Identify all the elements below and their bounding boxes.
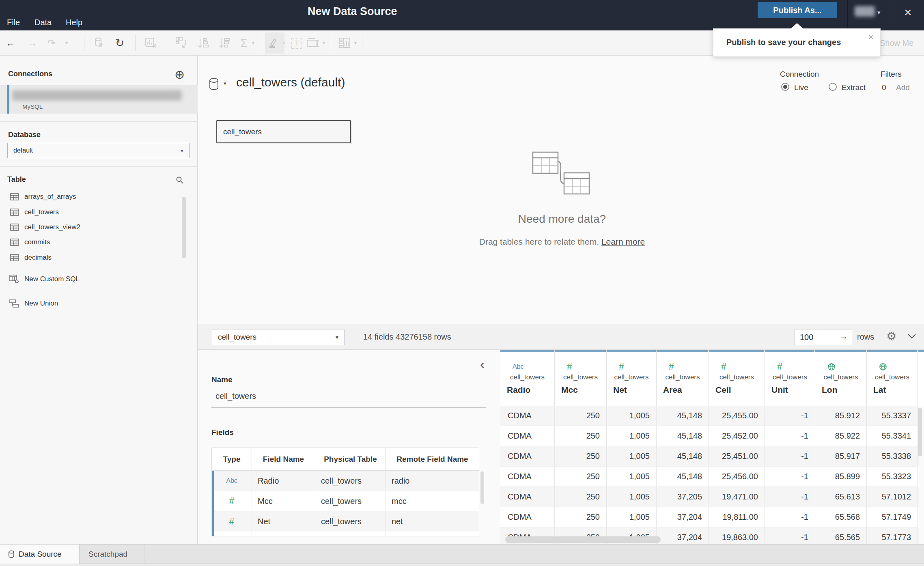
search-icon[interactable] (176, 176, 184, 186)
redo-caret-icon[interactable]: ▾ (63, 30, 70, 56)
grid-cell[interactable]: 45,148 (657, 406, 709, 426)
grid-cell[interactable]: 65.568 (815, 507, 867, 527)
text-label-icon[interactable]: T (291, 38, 302, 49)
collapse-preview-chevron-icon[interactable] (907, 334, 916, 341)
grid-cell[interactable]: 250 (555, 487, 607, 507)
grid-cell[interactable]: 85.917 (815, 446, 867, 467)
name-input[interactable]: cell_towers (215, 392, 256, 401)
new-union-button[interactable]: New Union (0, 295, 187, 312)
table-list-scrollbar[interactable] (182, 197, 186, 258)
grid-cell[interactable]: -1 (765, 507, 815, 527)
table-node-cell-towers[interactable]: cell_towers (216, 120, 351, 143)
apply-rows-arrow-icon[interactable]: → (840, 332, 848, 341)
connection-item[interactable]: MySQL (0, 85, 198, 114)
grid-cell[interactable]: 25,452.00 (709, 426, 765, 446)
grid-cell[interactable]: 250 (555, 467, 607, 487)
sidebar-item-cell-towers[interactable]: cell_towers (0, 204, 187, 220)
grid-cell[interactable]: CDMA (500, 507, 555, 527)
learn-more-link[interactable]: Learn more (601, 237, 645, 246)
grid-cell[interactable]: 55.3323 (867, 467, 918, 487)
sort-ascending-icon[interactable] (196, 30, 211, 56)
grid-cell[interactable]: 1,005 (607, 467, 657, 487)
grid-cell[interactable]: -1 (765, 406, 815, 426)
grid-vertical-scrollbar[interactable] (918, 408, 922, 456)
live-label[interactable]: Live (794, 83, 808, 92)
grid-cell[interactable]: 19,471.00 (709, 487, 765, 507)
extract-label[interactable]: Extract (842, 83, 866, 92)
grid-cell[interactable]: 25,456.00 (709, 467, 765, 487)
swap-rows-columns-icon[interactable] (174, 30, 190, 56)
gear-icon[interactable]: ⚙ (886, 329, 896, 343)
close-icon[interactable]: × (904, 6, 912, 19)
extract-radio[interactable] (829, 83, 837, 91)
tooltip-close-icon[interactable]: × (868, 32, 874, 42)
back-button[interactable]: ← (4, 30, 17, 56)
grid-cell[interactable]: -1 (765, 527, 815, 544)
user-avatar[interactable] (855, 6, 875, 17)
datasource-caret-icon[interactable]: ▾ (224, 80, 226, 86)
fields-table-scrollbar[interactable] (480, 471, 484, 504)
highlight-caret-icon[interactable]: ▾ (281, 30, 287, 56)
grid-cell[interactable]: 57.1749 (867, 507, 918, 527)
publish-as-button[interactable]: Publish As... (758, 2, 837, 18)
grid-cell[interactable]: -1 (765, 426, 815, 446)
grid-cell[interactable]: CDMA (500, 446, 555, 467)
menu-help[interactable]: Help (66, 18, 82, 27)
grid-column-header[interactable]: #cell_towersCell (709, 350, 765, 406)
table-select[interactable]: cell_towers ▾ (212, 329, 345, 345)
grid-cell[interactable]: 250 (555, 507, 607, 527)
refresh-button[interactable]: ↻ (113, 30, 127, 56)
grid-cell[interactable]: -1 (765, 487, 815, 507)
grid-cell[interactable]: 37,204 (657, 527, 709, 544)
grid-cell[interactable]: CDMA (500, 426, 555, 446)
show-me-label[interactable]: Show Me (880, 30, 913, 56)
grid-cell[interactable]: 57.1012 (867, 487, 918, 507)
grid-horizontal-scrollbar[interactable] (505, 536, 661, 543)
live-radio[interactable] (781, 83, 789, 91)
grid-cell[interactable]: 37,204 (657, 507, 709, 527)
grid-cell[interactable]: 55.3341 (867, 426, 918, 446)
tab-scratchpad[interactable]: Scratchpad (80, 544, 144, 564)
totals-icon[interactable]: Σ (238, 30, 250, 56)
grid-cell[interactable]: 45,148 (657, 467, 709, 487)
collapse-panel-icon[interactable]: ‹ (480, 357, 485, 371)
grid-cell[interactable]: 45,148 (657, 426, 709, 446)
grid-cell[interactable]: 55.3338 (867, 446, 918, 467)
grid-column-header[interactable]: #cell_towersArea (657, 350, 709, 406)
grid-cell[interactable]: -1 (765, 467, 815, 487)
grid-cell[interactable]: -1 (765, 446, 815, 467)
fit-caret-icon[interactable]: ▾ (321, 30, 327, 56)
grid-cell[interactable]: 250 (555, 426, 607, 446)
forward-button[interactable]: → (26, 30, 39, 56)
menu-file[interactable]: File (7, 18, 20, 27)
fields-row[interactable]: # Net cell_towers net (212, 511, 479, 532)
sidebar-item-arrays-of-arrays[interactable]: arrays_of_arrays (0, 189, 187, 204)
grid-cell[interactable]: 19,811.00 (709, 507, 765, 527)
user-menu-caret-icon[interactable]: ▾ (877, 9, 881, 16)
grid-cell[interactable]: 85.922 (815, 426, 867, 446)
grid-cell[interactable]: 25,455.00 (709, 406, 765, 426)
sidebar-item-commits[interactable]: commits (0, 235, 187, 250)
fit-icon[interactable] (305, 30, 321, 56)
grid-column-header[interactable]: #cell_towersUnit (765, 350, 815, 406)
show-me-caret-icon[interactable]: ▾ (352, 30, 359, 56)
grid-cell[interactable]: 85.899 (815, 467, 867, 487)
grid-cell[interactable]: 85.912 (815, 406, 867, 426)
grid-cell[interactable]: 37,205 (657, 487, 709, 507)
fields-row[interactable]: Abc Radio cell_towers radio (212, 471, 479, 491)
grid-cell[interactable]: 65.613 (815, 487, 867, 507)
grid-cell[interactable]: 1,005 (607, 426, 657, 446)
redo-button[interactable]: ↷ (45, 30, 58, 56)
row-limit-input[interactable] (795, 329, 836, 345)
sidebar-item-decimals[interactable]: decimals (0, 250, 187, 265)
grid-column-header[interactable]: Abccell_towersRadio (500, 350, 555, 406)
datasource-icon[interactable] (92, 30, 106, 56)
clear-sheet-icon[interactable] (143, 30, 159, 56)
fields-row[interactable]: # Mcc cell_towers mcc (212, 491, 479, 511)
grid-column-header[interactable]: #cell_towersMcc (555, 350, 607, 406)
highlight-icon[interactable] (266, 30, 280, 56)
new-custom-sql-button[interactable]: New Custom SQL (0, 271, 187, 287)
grid-cell[interactable]: 1,005 (607, 446, 657, 467)
grid-cell[interactable]: 45,148 (657, 446, 709, 467)
grid-cell[interactable]: 19,863.00 (709, 527, 765, 544)
